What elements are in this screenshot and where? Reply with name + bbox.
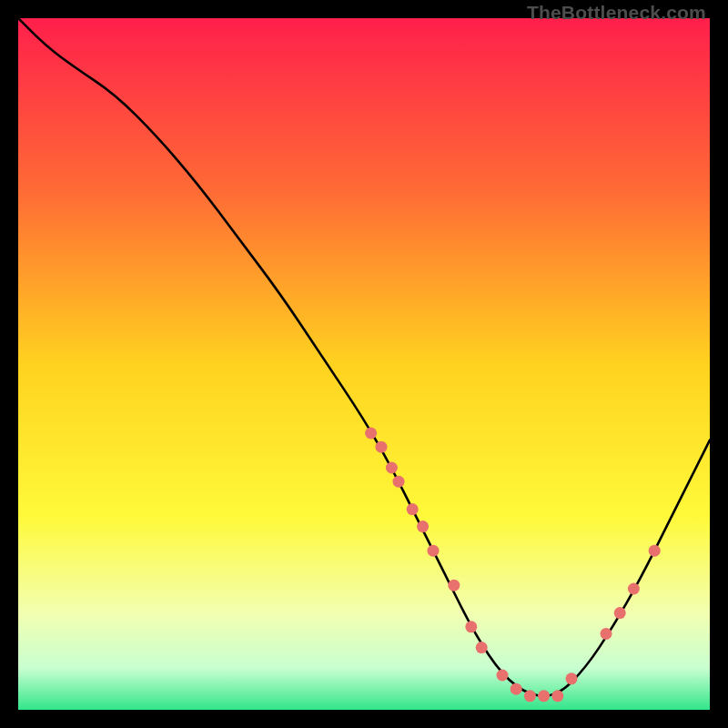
marker-point	[465, 621, 477, 632]
watermark: TheBottleneck.com	[527, 2, 706, 24]
marker-point	[365, 428, 377, 440]
marker-point	[407, 503, 419, 515]
marker-point	[511, 683, 522, 695]
marker-point	[628, 583, 640, 595]
marker-point	[393, 476, 405, 488]
marker-point	[524, 690, 536, 702]
marker-point	[551, 690, 563, 702]
marker-point	[386, 462, 398, 474]
gradient-background	[18, 18, 710, 710]
marker-point	[497, 670, 509, 682]
marker-point	[566, 672, 578, 684]
marker-point	[601, 628, 612, 640]
marker-point	[417, 521, 429, 532]
chart-frame	[18, 18, 710, 710]
marker-point	[376, 441, 388, 453]
marker-point	[649, 545, 661, 557]
marker-point	[538, 690, 550, 702]
marker-point	[614, 607, 626, 619]
marker-point	[448, 580, 460, 592]
marker-point	[428, 545, 440, 557]
chart-svg	[18, 18, 710, 710]
marker-point	[476, 642, 488, 653]
